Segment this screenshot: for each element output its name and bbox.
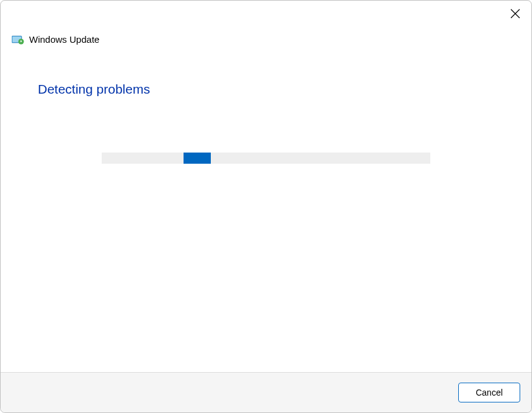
status-heading: Detecting problems (38, 82, 494, 97)
close-icon (510, 9, 520, 20)
close-button[interactable] (505, 6, 525, 23)
windows-update-icon (12, 35, 24, 45)
progress-bar (102, 153, 430, 164)
dialog-footer: Cancel (1, 372, 531, 412)
dialog-title: Windows Update (29, 34, 99, 45)
troubleshooter-dialog: Windows Update Detecting problems Cancel (0, 0, 532, 413)
titlebar (1, 1, 531, 23)
progress-indicator (184, 153, 211, 164)
cancel-button[interactable]: Cancel (458, 383, 520, 402)
dialog-content: Detecting problems (1, 45, 531, 372)
progress-container (38, 153, 494, 164)
dialog-header: Windows Update (1, 23, 531, 45)
